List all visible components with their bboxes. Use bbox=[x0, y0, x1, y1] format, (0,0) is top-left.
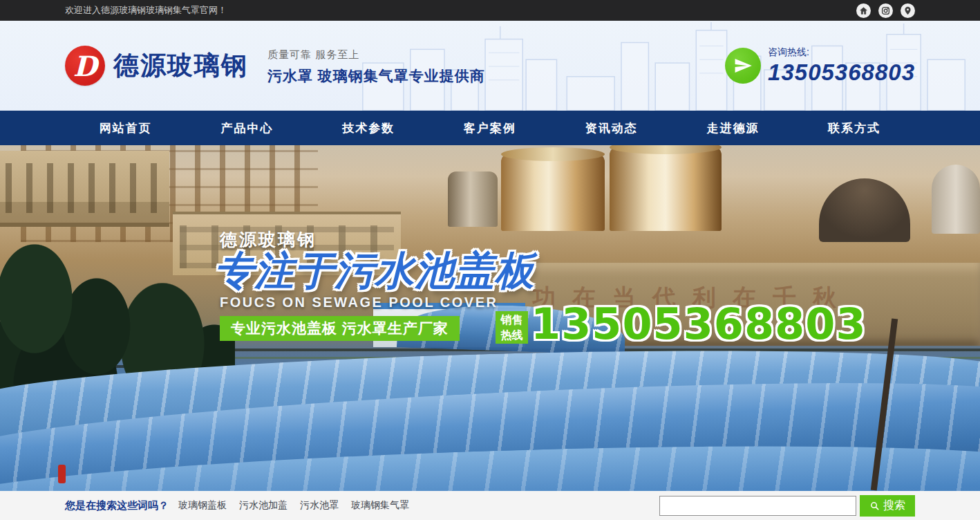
topbar-icons bbox=[856, 3, 915, 18]
tank-art bbox=[501, 154, 605, 231]
main-nav: 网站首页 产品中心 技术参数 客户案例 资讯动态 走进德源 联系方式 bbox=[0, 111, 980, 145]
nav-item-home[interactable]: 网站首页 bbox=[65, 111, 187, 145]
header-slogan: 质量可靠 服务至上 污水罩 玻璃钢集气罩专业提供商 bbox=[267, 46, 485, 86]
page: 欢迎进入德源玻璃钢玻璃钢集气罩官网！ bbox=[0, 0, 980, 520]
nav-item-specs[interactable]: 技术参数 bbox=[308, 111, 429, 145]
keyword-search-bar: 您是在搜索这些词吗？ 玻璃钢盖板 污水池加盖 污水池罩 玻璃钢集气罩 搜索 bbox=[0, 491, 980, 520]
topbar: 欢迎进入德源玻璃钢玻璃钢集气罩官网！ bbox=[0, 0, 980, 21]
search-button-label: 搜索 bbox=[883, 499, 905, 513]
logo-mark-icon: D bbox=[65, 46, 105, 86]
fire-extinguisher-art bbox=[58, 465, 66, 483]
hero-tagline-badge: 专业污水池盖板 污水罩生产厂家 bbox=[220, 316, 460, 341]
hotline-number: 13505368803 bbox=[768, 59, 915, 86]
welcome-text: 欢迎进入德源玻璃钢玻璃钢集气罩官网！ bbox=[65, 4, 227, 17]
search-button[interactable]: 搜索 bbox=[860, 495, 915, 517]
keyword-link-1[interactable]: 玻璃钢盖板 bbox=[178, 499, 227, 512]
company-logo[interactable]: D 德源玻璃钢 bbox=[65, 46, 248, 86]
slogan-small: 质量可靠 服务至上 bbox=[267, 48, 485, 62]
home-icon[interactable] bbox=[856, 3, 871, 18]
paper-plane-icon bbox=[725, 48, 761, 84]
hero-headline: 专注于污水池盖板 bbox=[214, 245, 535, 298]
tank-art bbox=[819, 178, 910, 242]
search-group: 搜索 bbox=[659, 495, 915, 517]
sales-phone-number: 13505368803 bbox=[531, 299, 867, 349]
hero-subheadline: FOUCS ON SEWAGE POOL COVER bbox=[220, 295, 498, 310]
search-question-label: 您是在搜索这些词吗？ bbox=[65, 499, 169, 512]
hotline-label: 咨询热线: bbox=[768, 46, 915, 59]
nav-item-cases[interactable]: 客户案例 bbox=[429, 111, 551, 145]
sales-label-line1: 销售 bbox=[501, 313, 523, 328]
keyword-link-4[interactable]: 玻璃钢集气罩 bbox=[351, 499, 409, 512]
tank-art bbox=[932, 165, 980, 234]
keyword-link-3[interactable]: 污水池罩 bbox=[300, 499, 339, 512]
nav-item-products[interactable]: 产品中心 bbox=[187, 111, 308, 145]
keyword-link-2[interactable]: 污水池加盖 bbox=[239, 499, 288, 512]
slogan-main: 污水罩 玻璃钢集气罩专业提供商 bbox=[267, 66, 485, 86]
logo-text: 德源玻璃钢 bbox=[113, 48, 248, 83]
nav-item-news[interactable]: 资讯动态 bbox=[551, 111, 672, 145]
tank-art bbox=[448, 171, 498, 227]
search-icon bbox=[869, 501, 880, 511]
hot-keywords: 玻璃钢盖板 污水池加盖 污水池罩 玻璃钢集气罩 bbox=[178, 499, 409, 512]
search-input[interactable] bbox=[659, 496, 856, 516]
header-hotline: 咨询热线: 13505368803 bbox=[725, 46, 915, 86]
location-icon[interactable] bbox=[901, 3, 915, 18]
tank-art bbox=[610, 147, 722, 231]
hero-banner: 功在当代利在千秋 德源玻璃钢 专注于污水池盖板 FOUCS ON SEWAGE … bbox=[0, 145, 980, 491]
nav-item-about[interactable]: 走进德源 bbox=[672, 111, 794, 145]
factory-building-art bbox=[0, 151, 169, 227]
sales-label-line2: 热线 bbox=[501, 328, 523, 343]
instagram-icon[interactable] bbox=[878, 3, 893, 18]
nav-item-contact[interactable]: 联系方式 bbox=[793, 111, 915, 145]
site-header: D 德源玻璃钢 质量可靠 服务至上 污水罩 玻璃钢集气罩专业提供商 咨询热线: … bbox=[0, 21, 980, 111]
sales-hotline-badge: 销售 热线 bbox=[496, 311, 528, 344]
